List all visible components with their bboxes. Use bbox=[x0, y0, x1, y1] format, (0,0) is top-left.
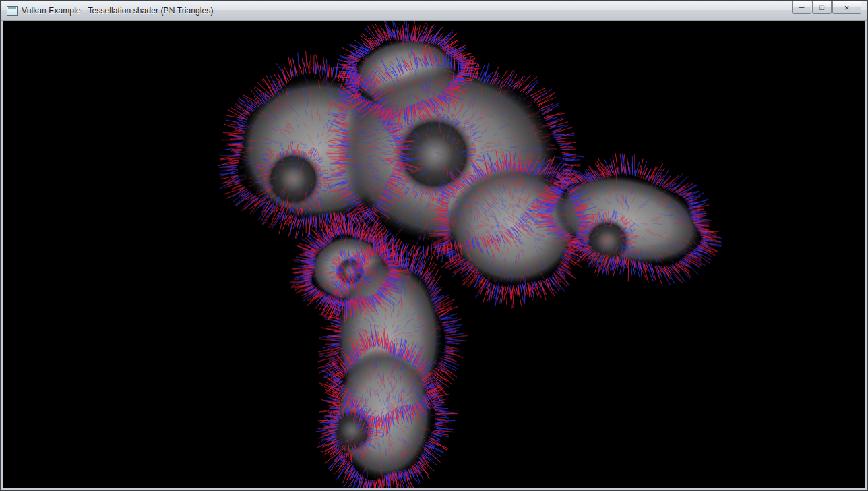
window-title: Vulkan Example - Tessellation shader (PN… bbox=[22, 6, 214, 16]
app-window: Vulkan Example - Tessellation shader (PN… bbox=[0, 0, 868, 491]
app-icon[interactable] bbox=[7, 6, 18, 16]
window-controls: ─ □ × bbox=[791, 1, 861, 14]
viewport-canvas[interactable] bbox=[3, 21, 865, 488]
close-button[interactable]: × bbox=[832, 1, 861, 14]
maximize-button[interactable]: □ bbox=[812, 1, 832, 14]
render-viewport bbox=[3, 21, 865, 488]
title-bar[interactable]: Vulkan Example - Tessellation shader (PN… bbox=[1, 1, 867, 21]
minimize-button[interactable]: ─ bbox=[792, 1, 811, 14]
